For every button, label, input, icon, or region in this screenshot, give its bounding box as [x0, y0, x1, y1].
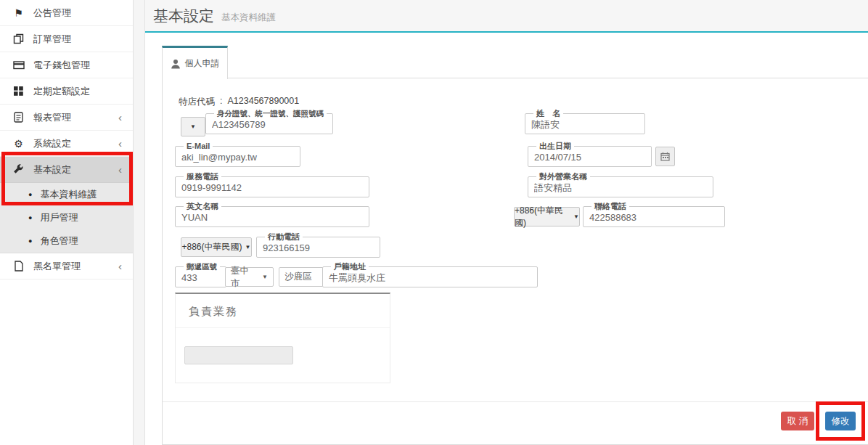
sidebar-item-blacklist[interactable]: 黑名單管理 ‹: [0, 253, 133, 279]
caret-down-icon: ▼: [573, 213, 579, 220]
business-section-title: 負責業務: [176, 294, 390, 327]
sidebar-item-label: 黑名單管理: [33, 260, 81, 273]
address-field: 戶籍地址: [322, 263, 538, 287]
sidebar-item-basic-settings[interactable]: 基本設定 ‹: [0, 157, 133, 183]
flag-icon: ⚑: [12, 8, 25, 18]
divider: [163, 401, 868, 402]
cancel-button[interactable]: 取 消: [781, 412, 814, 430]
mobile-country-code-dropdown[interactable]: +886(中華民國) ▼: [181, 237, 252, 257]
sidebar-item-recurring[interactable]: 定期定額設定: [0, 78, 133, 105]
tab-personal-application[interactable]: 個人申請: [162, 46, 228, 79]
bullet-icon: ●: [28, 237, 32, 245]
copy-pages-icon: [12, 33, 25, 44]
grid-icon: [12, 86, 25, 96]
calendar-icon: [660, 152, 670, 161]
sidebar-item-label: 訂單管理: [33, 33, 71, 46]
sidebar-item-label: 報表管理: [33, 111, 71, 124]
layout-gap: [134, 0, 144, 445]
app-window: ⚑ 公告管理 訂單管理 電子錢包管理 定期定額設定 報表管理 ‹: [0, 0, 868, 445]
address-label: 戶籍地址: [331, 263, 369, 271]
english-name-input[interactable]: [181, 212, 363, 224]
address-input[interactable]: [329, 272, 531, 284]
business-disabled-input: [184, 346, 293, 364]
bullet-icon: ●: [28, 214, 32, 221]
sidebar-item-system-settings[interactable]: ⚙ 系統設定 ‹: [0, 131, 133, 157]
contact-country-code-dropdown[interactable]: +886(中華民國) ▼: [514, 207, 580, 226]
divider: [176, 327, 390, 328]
page-header: 基本設定 基本資料維護: [145, 0, 868, 33]
business-name-field: 對外營業名稱: [528, 173, 713, 197]
sidebar-subitem-label: 基本資料維護: [40, 188, 97, 201]
email-field: E-Mail: [175, 142, 300, 167]
caret-down-icon: ▼: [190, 123, 196, 130]
sidebar-item-reports[interactable]: 報表管理 ‹: [0, 105, 133, 131]
merchant-code: 特店代碼 : A1234567890001: [179, 96, 299, 108]
tab-label: 個人申請: [185, 57, 220, 70]
main-panel: 基本設定 基本資料維護 個人申請 特店代碼 : A1234567890001 ▼…: [144, 0, 868, 445]
name-field: 姓 名: [525, 110, 645, 134]
postal-code-label: 郵遞區號: [184, 263, 220, 271]
chevron-left-icon: ‹: [118, 112, 133, 123]
sidebar-item-label: 定期定額設定: [33, 85, 90, 98]
sidebar-subitem-role-management[interactable]: ● 角色管理: [0, 229, 133, 253]
sidebar-item-announcements[interactable]: ⚑ 公告管理: [0, 0, 133, 26]
date-picker-button[interactable]: [655, 147, 675, 166]
email-input[interactable]: [181, 152, 294, 163]
id-number-input[interactable]: [212, 118, 327, 130]
city-select[interactable]: 臺中市 ▼: [225, 267, 274, 287]
mobile-phone-field: 行動電話: [256, 233, 380, 258]
sidebar-subitem-basic-data[interactable]: ● 基本資料維護: [0, 183, 133, 206]
contact-phone-input[interactable]: [589, 212, 718, 224]
contact-phone-field: 聯絡電話: [583, 203, 725, 227]
email-label: E-Mail: [184, 142, 213, 150]
gear-icon: ⚙: [12, 139, 25, 149]
contact-country-code-label: +886(中華民國): [515, 205, 570, 229]
district-select-value: 沙鹿區: [284, 271, 312, 283]
chevron-left-icon: ‹: [118, 164, 133, 175]
form-card: 特店代碼 : A1234567890001 ▼ 身分證號、統一證號、護照號碼 姓…: [162, 78, 868, 445]
blank-page-icon: [12, 261, 25, 272]
sidebar-item-ewallet[interactable]: 電子錢包管理: [0, 52, 133, 78]
sidebar-item-label: 公告管理: [33, 7, 71, 20]
bullet-icon: ●: [28, 191, 32, 198]
sidebar-item-label: 基本設定: [33, 163, 71, 176]
mobile-phone-input[interactable]: [263, 242, 374, 254]
business-section: 負責業務: [175, 293, 390, 383]
name-input[interactable]: [531, 119, 639, 131]
wrench-icon: [12, 164, 25, 175]
postal-code-input[interactable]: [181, 272, 220, 283]
id-number-label: 身分證號、統一證號、護照號碼: [214, 110, 327, 118]
sidebar: ⚑ 公告管理 訂單管理 電子錢包管理 定期定額設定 報表管理 ‹: [0, 0, 134, 445]
mobile-phone-label: 行動電話: [265, 233, 303, 241]
id-type-dropdown[interactable]: ▼: [181, 117, 205, 136]
merchant-code-label: 特店代碼: [179, 96, 215, 108]
service-phone-field: 服務電話: [175, 173, 369, 197]
sidebar-item-label: 電子錢包管理: [33, 59, 90, 72]
birth-date-input[interactable]: [534, 152, 645, 163]
merchant-code-separator: :: [220, 96, 222, 108]
id-number-field: 身分證號、統一證號、護照號碼: [205, 110, 333, 134]
sidebar-item-orders[interactable]: 訂單管理: [0, 26, 133, 52]
page-subtitle: 基本資料維護: [221, 7, 276, 24]
person-icon: [171, 59, 181, 69]
sidebar-subitem-label: 用戶管理: [40, 211, 78, 224]
caret-down-icon: ▼: [245, 244, 251, 250]
service-phone-input[interactable]: [181, 182, 363, 194]
birth-date-label: 出生日期: [536, 142, 574, 150]
postal-code-field: 郵遞區號: [175, 263, 226, 287]
modify-button[interactable]: 修改: [825, 412, 856, 430]
name-label: 姓 名: [533, 110, 563, 118]
credit-card-icon: [12, 60, 25, 70]
english-name-field: 英文名稱: [175, 203, 369, 227]
birth-date-field: 出生日期: [528, 142, 652, 167]
chevron-left-icon: ‹: [118, 261, 133, 272]
contact-phone-label: 聯絡電話: [591, 203, 629, 211]
merchant-code-value: A1234567890001: [227, 96, 299, 108]
sidebar-subitem-user-management[interactable]: ● 用戶管理: [0, 206, 133, 229]
sidebar-subitem-label: 角色管理: [40, 234, 78, 248]
mobile-country-code-label: +886(中華民國): [182, 241, 242, 253]
business-name-input[interactable]: [534, 182, 707, 194]
city-select-value: 臺中市: [231, 265, 256, 290]
english-name-label: 英文名稱: [184, 203, 221, 211]
business-name-label: 對外營業名稱: [536, 173, 590, 181]
